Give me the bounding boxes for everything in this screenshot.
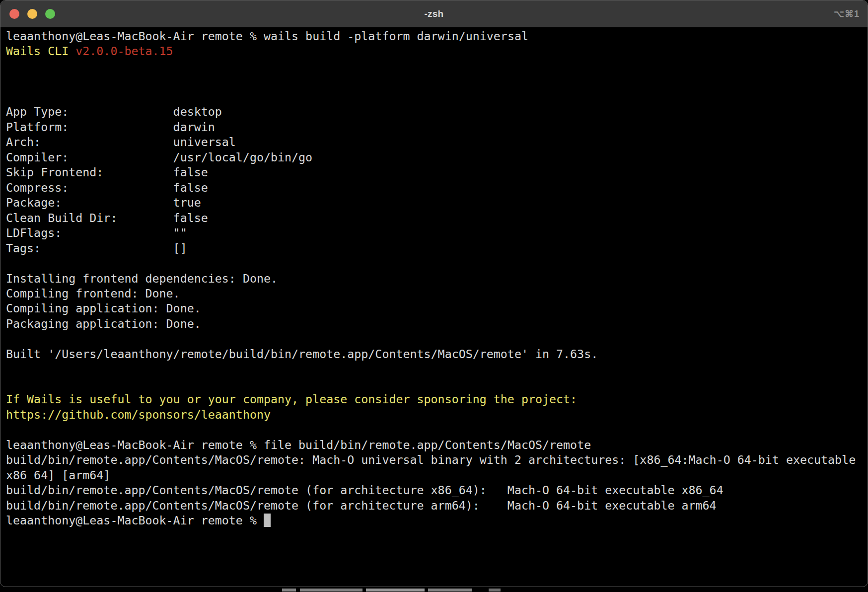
sponsor-message-line: If Wails is useful to you or your compan…: [6, 392, 868, 407]
config-label: Arch:: [6, 135, 173, 149]
shell-prompt: leaanthony@Leas-MacBook-Air remote %: [6, 29, 264, 43]
config-row-ldflags: LDFlags:"": [6, 225, 868, 240]
config-value: desktop: [173, 105, 222, 118]
terminal-blank-line: [6, 59, 868, 74]
config-label: Skip Frontend:: [6, 165, 173, 180]
shell-prompt: leaanthony@Leas-MacBook-Air remote %: [6, 438, 264, 451]
config-value: []: [173, 241, 187, 255]
terminal-cursor: [264, 514, 271, 527]
progress-line-compile-app: Compiling application: Done.: [6, 301, 868, 316]
config-value: "": [173, 226, 187, 239]
config-value: true: [173, 196, 201, 209]
file-output-line-wrap: x86_64] [arm64]: [6, 468, 868, 483]
config-row-package: Package:true: [6, 195, 868, 210]
terminal-window: -zsh ⌥⌘1 leaanthony@Leas-MacBook-Air rem…: [0, 0, 868, 587]
file-output-line-universal: build/bin/remote.app/Contents/MacOS/remo…: [6, 452, 868, 467]
titlebar[interactable]: -zsh ⌥⌘1: [0, 0, 868, 27]
config-value: /usr/local/go/bin/go: [173, 150, 313, 164]
sponsor-url[interactable]: https://github.com/sponsors/leaanthony: [6, 408, 271, 421]
config-label: App Type:: [6, 104, 173, 119]
terminal-blank-line: [6, 256, 868, 271]
occluded-text-fragment: [300, 589, 362, 592]
terminal-blank-line: [6, 422, 868, 437]
wails-cli-version: v2.0.0-beta.15: [75, 44, 173, 58]
terminal-blank-line: [6, 331, 868, 346]
config-value: false: [173, 211, 208, 224]
config-value: universal: [173, 135, 236, 148]
config-label: Compiler:: [6, 150, 173, 165]
config-row-tags: Tags:[]: [6, 241, 868, 256]
progress-line-package-app: Packaging application: Done.: [6, 316, 868, 331]
config-row-compiler: Compiler:/usr/local/go/bin/go: [6, 150, 868, 165]
file-output-line-arm64: build/bin/remote.app/Contents/MacOS/remo…: [6, 498, 868, 513]
wails-banner-line: Wails CLI v2.0.0-beta.15: [6, 44, 868, 59]
build-command-line: leaanthony@Leas-MacBook-Air remote % wai…: [6, 29, 868, 44]
config-value: false: [173, 181, 208, 194]
config-label: Compress:: [6, 180, 173, 195]
config-row-skip-frontend: Skip Frontend:false: [6, 165, 868, 180]
typed-command: file build/bin/remote.app/Contents/MacOS…: [264, 438, 591, 451]
typed-command: wails build -platform darwin/universal: [264, 29, 528, 43]
terminal-blank-line: [6, 74, 868, 89]
wails-cli-label: Wails CLI: [6, 44, 75, 58]
config-row-app-type: App Type:desktop: [6, 104, 868, 119]
config-label: Platform:: [6, 120, 173, 135]
window-title: -zsh: [0, 8, 868, 19]
built-message-line: Built '/Users/leaanthony/remote/build/bi…: [6, 347, 868, 362]
progress-line-install-deps: Installing frontend dependencies: Done.: [6, 271, 868, 286]
config-label: LDFlags:: [6, 225, 173, 240]
config-label: Tags:: [6, 241, 173, 256]
config-row-clean-build-dir: Clean Build Dir:false: [6, 211, 868, 225]
terminal-blank-line: [6, 362, 868, 376]
terminal-blank-line: [6, 89, 868, 104]
config-label: Package:: [6, 195, 173, 210]
terminal-screen[interactable]: leaanthony@Leas-MacBook-Air remote % wai…: [0, 27, 868, 528]
config-row-arch: Arch:universal: [6, 135, 868, 149]
config-value: darwin: [173, 120, 215, 134]
progress-line-compile-frontend: Compiling frontend: Done.: [6, 286, 868, 301]
config-row-platform: Platform:darwin: [6, 120, 868, 135]
occluded-text-fragment: [489, 589, 501, 592]
config-row-compress: Compress:false: [6, 180, 868, 195]
window-shortcut-badge: ⌥⌘1: [834, 0, 860, 27]
file-output-line-x86: build/bin/remote.app/Contents/MacOS/remo…: [6, 483, 868, 498]
occluded-text-fragment: [366, 589, 425, 592]
occluded-text-fragment: [428, 589, 472, 592]
terminal-blank-line: [6, 377, 868, 392]
sponsor-url-line: https://github.com/sponsors/leaanthony: [6, 407, 868, 422]
config-value: false: [173, 165, 208, 179]
active-prompt-line: leaanthony@Leas-MacBook-Air remote %: [6, 513, 868, 528]
occluded-text-fragment: [282, 589, 296, 592]
shell-prompt: leaanthony@Leas-MacBook-Air remote %: [6, 514, 264, 527]
config-label: Clean Build Dir:: [6, 211, 173, 225]
file-command-line: leaanthony@Leas-MacBook-Air remote % fil…: [6, 438, 868, 452]
